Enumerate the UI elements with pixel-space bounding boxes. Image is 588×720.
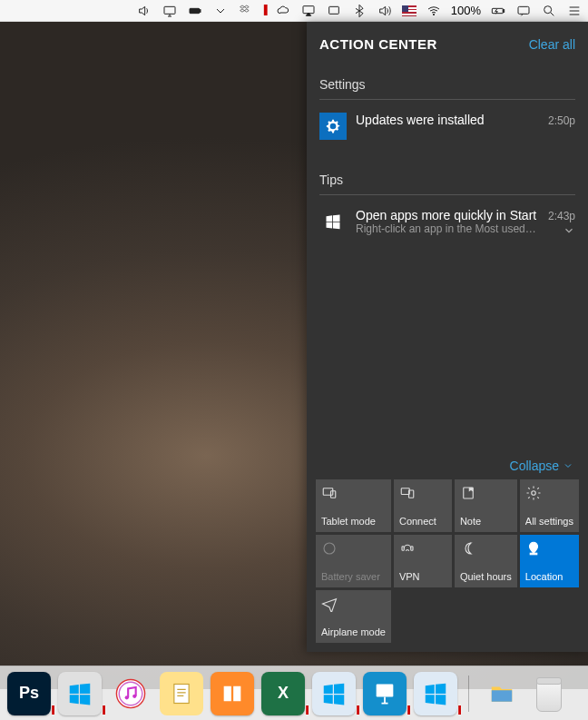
notification-time: 2:50p — [548, 113, 575, 127]
action-center-title: ACTION CENTER — [319, 36, 437, 52]
cloud-sync-icon[interactable] — [275, 3, 291, 19]
quick-action-label: Location — [525, 571, 573, 582]
moon-icon — [460, 540, 512, 559]
gear-icon — [525, 485, 573, 504]
battery-percent[interactable]: 100% — [451, 4, 481, 17]
parallels-badge-icon: II — [457, 703, 459, 717]
airplay-icon[interactable] — [300, 3, 317, 19]
notification-title: Open apps more quickly in Start — [356, 208, 539, 222]
dropbox-icon[interactable] — [238, 3, 254, 19]
chevron-down-icon — [563, 460, 573, 471]
parallels-icon[interactable]: II — [263, 3, 266, 19]
notification-tips-start[interactable]: Open apps more quickly in Start Right-cl… — [319, 204, 575, 242]
quick-action-location[interactable]: Location — [520, 535, 579, 587]
svg-rect-7 — [503, 9, 504, 12]
divider — [319, 99, 575, 100]
quick-action-label: All settings — [525, 516, 573, 527]
chevron-down-icon[interactable] — [563, 224, 575, 241]
quick-action-note[interactable]: Note — [455, 479, 517, 532]
quick-action-label: Airplane mode — [321, 626, 386, 637]
parallels-badge-icon: II — [102, 703, 103, 717]
dock-app-pages[interactable] — [160, 672, 203, 715]
mac-menubar: II 100% — [0, 0, 588, 22]
dock-app-keynote[interactable]: II — [363, 672, 407, 715]
notification-title: Updates were installed — [356, 113, 539, 127]
svg-rect-4 — [328, 6, 338, 14]
dock-separator — [468, 676, 469, 712]
spotlight-search-icon[interactable] — [541, 3, 557, 19]
dock-app-itunes[interactable] — [109, 672, 152, 715]
quick-action-vpn[interactable]: VPN — [394, 535, 452, 587]
dock-app-win2[interactable]: II — [312, 672, 356, 715]
vpn-icon — [399, 540, 446, 559]
battery-menu-icon[interactable] — [187, 3, 203, 19]
clear-all-link[interactable]: Clear all — [529, 37, 575, 52]
windows-logo-icon — [319, 208, 347, 235]
parallels-badge-icon: II — [407, 703, 408, 717]
svg-point-15 — [532, 491, 536, 496]
dock-app-windows[interactable]: II — [58, 672, 102, 715]
monitor-icon[interactable] — [162, 3, 178, 19]
parallels-badge-icon: II — [51, 703, 53, 717]
trash-icon[interactable] — [531, 674, 567, 714]
quick-action-label: Tablet mode — [321, 516, 386, 527]
svg-point-21 — [116, 679, 144, 707]
quick-action-airplane[interactable]: Airplane mode — [316, 590, 391, 643]
quick-action-label: Quiet hours — [460, 571, 512, 582]
volume-icon[interactable] — [136, 3, 152, 19]
quick-action-label: VPN — [399, 571, 446, 582]
svg-point-16 — [324, 543, 335, 554]
svg-rect-26 — [377, 684, 394, 696]
dock-app-win3[interactable]: II — [414, 672, 457, 715]
quick-action-label: Connect — [399, 516, 446, 527]
battery-icon — [321, 540, 386, 559]
bluetooth-icon[interactable] — [351, 3, 368, 19]
parallels-badge-icon: II — [356, 703, 358, 717]
svg-rect-25 — [174, 684, 189, 703]
svg-rect-6 — [492, 8, 503, 13]
svg-rect-12 — [401, 488, 409, 495]
dock-app-explorer[interactable] — [480, 672, 524, 715]
svg-rect-10 — [323, 488, 333, 496]
quick-actions-grid: Tablet modeConnectNoteAll settingsBatter… — [316, 479, 579, 643]
svg-rect-0 — [164, 6, 175, 14]
quick-action-label: Battery saver — [321, 571, 386, 582]
sound-icon[interactable] — [377, 3, 393, 19]
notification-center-icon[interactable] — [566, 3, 583, 19]
dock-app-photoshop[interactable]: PsII — [7, 672, 51, 715]
notification-subtitle: Right-click an app in the Most used sect… — [356, 222, 539, 235]
display-icon[interactable] — [326, 3, 342, 19]
messages-icon[interactable] — [515, 3, 532, 19]
chevron-down-icon[interactable] — [212, 3, 229, 19]
collapse-link[interactable]: Collapse — [510, 459, 573, 473]
quick-action-settings[interactable]: All settings — [520, 479, 579, 532]
svg-point-5 — [433, 14, 434, 15]
divider — [319, 194, 575, 195]
input-flag-us-icon[interactable] — [402, 5, 416, 16]
svg-point-9 — [544, 5, 552, 13]
quick-action-battery: Battery saver — [316, 535, 391, 587]
quick-action-quiet[interactable]: Quiet hours — [455, 535, 517, 587]
airplane-icon — [321, 596, 386, 615]
section-header-settings: Settings — [319, 77, 575, 92]
section-header-tips: Tips — [319, 173, 575, 187]
notification-settings-update[interactable]: Updates were installed 2:50p — [319, 109, 575, 147]
dock-app-ibooks[interactable] — [211, 672, 254, 715]
note-icon — [460, 485, 512, 504]
quick-action-label: Note — [460, 516, 512, 527]
tablet-icon — [321, 485, 386, 504]
location-icon — [525, 540, 573, 559]
svg-rect-18 — [411, 547, 413, 551]
svg-point-23 — [125, 695, 129, 699]
dock-app-excel[interactable]: XII — [261, 672, 305, 715]
quick-action-connect[interactable]: Connect — [394, 479, 452, 532]
notification-time: 2:43p — [548, 208, 575, 222]
action-center-panel: ACTION CENTER Clear all Settings Updates… — [307, 22, 588, 652]
battery-charging-icon[interactable] — [490, 3, 506, 19]
quick-action-tablet[interactable]: Tablet mode — [316, 479, 391, 532]
svg-rect-2 — [200, 9, 201, 12]
svg-rect-20 — [530, 553, 537, 555]
wifi-icon[interactable] — [426, 3, 442, 19]
svg-point-24 — [132, 694, 136, 697]
gear-icon — [319, 113, 347, 140]
